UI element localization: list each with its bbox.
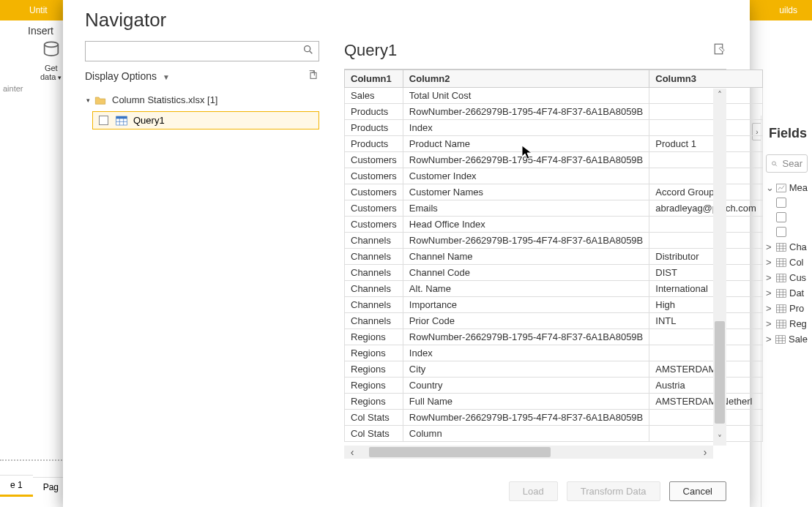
scroll-thumb[interactable] — [715, 321, 725, 424]
cancel-button[interactable]: Cancel — [669, 481, 726, 501]
table-row[interactable]: CustomersHead Office Index — [345, 217, 763, 233]
navigator-search-input[interactable] — [90, 46, 302, 57]
svg-rect-41 — [116, 116, 127, 119]
display-options-dropdown[interactable]: Display Options ▼ — [85, 70, 170, 82]
scroll-left-icon[interactable]: ‹ — [344, 446, 360, 458]
table-icon — [776, 258, 786, 267]
table-row[interactable]: Col StatsColumn — [345, 426, 763, 442]
preview-title: Query1 — [344, 41, 397, 60]
field-item[interactable]: ⌄Mea — [761, 180, 812, 195]
query-checkbox[interactable] — [99, 116, 108, 125]
table-row[interactable]: RegionsCityAMSTERDAM — [345, 361, 763, 378]
chevron-icon[interactable]: > — [766, 288, 775, 298]
table-row[interactable]: ChannelsChannel CodeDIST — [345, 265, 763, 281]
vertical-scrollbar[interactable]: ˄ ˅ — [713, 89, 726, 446]
display-options-label: Display Options — [85, 70, 157, 82]
field-item[interactable]: >Reg — [761, 316, 812, 331]
column-header[interactable]: Column1 — [345, 70, 403, 88]
scroll-down-icon[interactable]: ˅ — [713, 432, 726, 446]
table-row[interactable]: CustomersEmailsabradleyag@patch.com — [345, 200, 763, 217]
table-cell: Channel Code — [403, 265, 649, 281]
search-icon[interactable] — [302, 44, 314, 59]
field-item[interactable] — [761, 225, 812, 239]
column-header[interactable]: Column2 — [403, 70, 649, 88]
table-row[interactable]: ChannelsPrior CodeINTL — [345, 313, 763, 329]
table-row[interactable]: CustomersCustomer Index — [345, 168, 763, 184]
svg-rect-28 — [777, 320, 786, 328]
table-row[interactable]: CustomersCustomer NamesAccord Group — [345, 184, 763, 200]
field-label: Col — [789, 257, 804, 268]
svg-rect-2 — [776, 184, 786, 192]
table-row[interactable]: ProductsProduct NameProduct 1 — [345, 136, 763, 152]
horizontal-scrollbar[interactable]: ‹ › — [344, 446, 713, 459]
chevron-icon[interactable]: > — [766, 334, 774, 345]
table-row[interactable]: RegionsIndex — [345, 345, 763, 361]
navigator-search-box[interactable] — [85, 41, 319, 61]
field-item[interactable]: >Pro — [761, 301, 812, 316]
edit-icon[interactable] — [713, 42, 726, 59]
fields-search-input[interactable]: Sear — [766, 154, 808, 173]
table-row[interactable]: ChannelsChannel NameDistributor — [345, 249, 763, 265]
field-item[interactable] — [761, 195, 812, 210]
field-item[interactable] — [761, 210, 812, 225]
svg-point-1 — [772, 161, 776, 165]
scroll-thumb[interactable] — [369, 447, 551, 457]
tree-query-node[interactable]: Query1 — [92, 111, 319, 129]
table-row[interactable]: ProductsIndex — [345, 120, 763, 136]
navigator-dialog: Navigator Display Options ▼ ▾ Column Sta… — [63, 0, 750, 507]
table-cell: City — [403, 361, 649, 378]
ribbon-tab-insert[interactable]: Insert — [21, 20, 61, 41]
page-tab-1[interactable]: e 1 — [0, 475, 33, 497]
column-header[interactable]: Column3 — [649, 70, 763, 88]
refresh-icon[interactable] — [308, 69, 319, 83]
field-item[interactable]: >Dat — [761, 285, 812, 301]
table-cell: Product Name — [403, 136, 649, 152]
scroll-up-icon[interactable]: ˄ — [713, 89, 726, 102]
tree-file-node[interactable]: ▾ Column Statistics.xlsx [1] — [85, 91, 319, 108]
chevron-icon[interactable]: > — [766, 318, 775, 329]
chevron-icon[interactable]: > — [766, 241, 775, 252]
table-cell: Emails — [403, 200, 649, 217]
table-cell: Regions — [345, 329, 403, 345]
table-icon — [776, 274, 786, 282]
field-item[interactable]: >Cus — [761, 270, 812, 285]
chevron-icon[interactable]: > — [766, 257, 775, 268]
transform-data-button[interactable]: Transform Data — [567, 481, 660, 501]
get-data-button[interactable]: Get data ▾ — [40, 40, 62, 81]
table-cell: Channels — [345, 249, 403, 265]
table-row[interactable]: SalesTotal Unit Cost — [345, 88, 763, 104]
field-item[interactable]: >Sale — [761, 331, 812, 347]
chevron-icon[interactable]: ⌄ — [766, 182, 775, 193]
table-cell — [649, 104, 763, 120]
field-item[interactable]: >Col — [761, 255, 812, 270]
table-row[interactable]: ChannelsRowNumber-2662979B-1795-4F74-8F3… — [345, 233, 763, 249]
table-row[interactable]: RegionsCountryAustria — [345, 378, 763, 394]
scroll-right-icon[interactable]: › — [697, 446, 713, 458]
chevron-icon[interactable]: > — [766, 272, 775, 283]
table-row[interactable]: Col StatsRowNumber-2662979B-1795-4F74-8F… — [345, 410, 763, 426]
chevron-icon[interactable]: > — [766, 303, 775, 314]
svg-rect-23 — [777, 304, 786, 312]
table-row[interactable]: RegionsFull NameAMSTERDAM, Netherl — [345, 394, 763, 410]
table-cell — [649, 345, 763, 361]
load-button[interactable]: Load — [509, 481, 558, 501]
svg-rect-18 — [777, 289, 786, 297]
table-cell: Full Name — [403, 394, 649, 410]
table-cell: abradleyag@patch.com — [649, 200, 763, 217]
table-row[interactable]: CustomersRowNumber-2662979B-1795-4F74-8F… — [345, 152, 763, 168]
table-cell: Regions — [345, 361, 403, 378]
field-checkbox[interactable] — [776, 227, 786, 237]
field-item[interactable]: >Cha — [761, 239, 812, 255]
table-cell: Index — [403, 345, 649, 361]
table-row[interactable]: ChannelsImportanceHigh — [345, 297, 763, 313]
collapse-icon[interactable]: ▾ — [86, 97, 90, 104]
preview-table: Column1Column2Column3 SalesTotal Unit Co… — [344, 70, 763, 442]
field-checkbox[interactable] — [776, 212, 786, 222]
svg-point-38 — [305, 46, 310, 52]
field-checkbox[interactable] — [776, 198, 786, 208]
table-row[interactable]: RegionsRowNumber-2662979B-1795-4F74-8F37… — [345, 329, 763, 345]
table-row[interactable]: ProductsRowNumber-2662979B-1795-4F74-8F3… — [345, 104, 763, 120]
table-icon — [776, 304, 786, 313]
table-icon — [776, 320, 786, 328]
table-row[interactable]: ChannelsAlt. NameInternational — [345, 281, 763, 297]
